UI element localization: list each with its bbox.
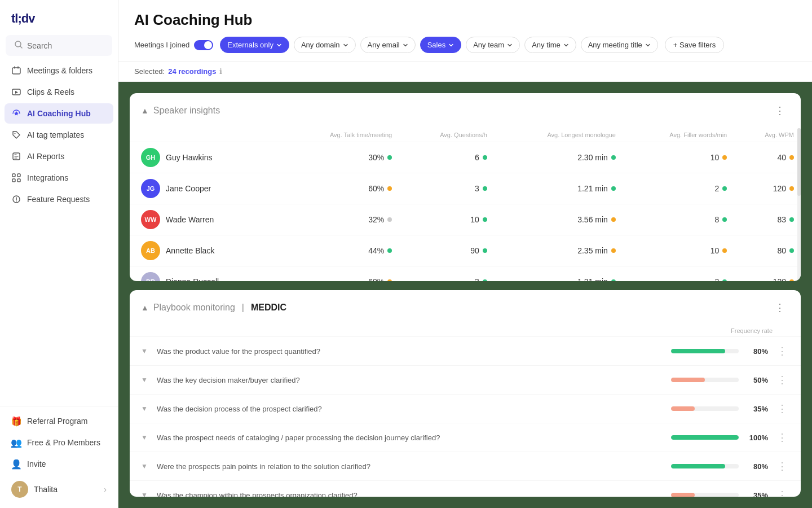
playbook-pct: 35% <box>745 491 768 497</box>
any-email-filter[interactable]: Any email <box>360 37 416 53</box>
col-questions: Avg. Questions/h <box>399 128 494 142</box>
feature-requests-icon <box>11 194 21 204</box>
talk-dot <box>387 217 392 222</box>
playbook-row-more-btn[interactable]: ⋮ <box>775 488 789 497</box>
integrations-label: Integrations <box>27 173 68 182</box>
talk-time-cell: 60% <box>280 173 399 204</box>
filler-cell: 10 <box>623 235 734 266</box>
playbook-row-more-btn[interactable]: ⋮ <box>775 373 789 387</box>
sidebar-item-invite[interactable]: 👤 Invite <box>5 454 113 474</box>
playbook-question: Was the decision process of the prospect… <box>157 405 664 413</box>
playbook-row-chevron[interactable]: ▼ <box>141 433 148 441</box>
speaker-avatar: AB <box>141 241 160 260</box>
selected-label: Selected: <box>134 67 165 76</box>
any-team-filter[interactable]: Any team <box>466 37 520 53</box>
playbook-row-chevron[interactable]: ▼ <box>141 462 148 470</box>
playbook-row-more-btn[interactable]: ⋮ <box>775 401 789 416</box>
monologue-cell: 1.21 min <box>494 266 623 282</box>
content-area: ▲ Speaker insights ⋮ Avg. Talk time/meet… <box>118 82 812 508</box>
save-filters-button[interactable]: + Save filters <box>665 37 725 53</box>
speaker-cell-JG: JG Jane Cooper <box>130 173 280 204</box>
playbook-pct: 35% <box>745 405 768 413</box>
playbook-row-more-btn[interactable]: ⋮ <box>775 430 789 445</box>
playbook-bar <box>671 464 725 468</box>
selected-row: Selected: 24 recordings ℹ <box>118 62 812 82</box>
q-dot <box>483 217 487 222</box>
externals-only-filter[interactable]: Externals only <box>220 37 289 53</box>
speaker-insights-header: ▲ Speaker insights ⋮ <box>130 93 801 128</box>
q-dot <box>483 155 487 160</box>
sidebar-item-integrations[interactable]: Integrations <box>5 168 113 188</box>
wpm-dot <box>789 186 794 191</box>
mono-dot <box>611 155 616 160</box>
collapse-playbook-btn[interactable]: ▲ <box>141 303 149 312</box>
sales-filter[interactable]: Sales <box>420 37 462 53</box>
playbook-question: Was the key decision maker/buyer clarifi… <box>157 376 664 384</box>
pro-members-label: Free & Pro Members <box>27 438 100 447</box>
sidebar-item-meetings[interactable]: Meetings & folders <box>5 60 113 81</box>
main-header: AI Coaching Hub Meetings I joined Extern… <box>118 0 812 62</box>
wpm-dot <box>789 248 794 253</box>
playbook-row-chevron[interactable]: ▼ <box>141 405 148 413</box>
playbook-row-chevron[interactable]: ▼ <box>141 491 148 497</box>
search-button[interactable]: Search <box>6 35 112 56</box>
any-time-filter[interactable]: Any time <box>524 37 576 53</box>
playbook-row-more-btn[interactable]: ⋮ <box>775 344 789 358</box>
wpm-dot <box>789 155 794 160</box>
playbook-bar-wrap <box>671 435 739 440</box>
meetings-toggle-switch[interactable] <box>194 40 213 50</box>
questions-cell: 3 <box>399 173 494 204</box>
referral-label: Referral Program <box>27 417 87 426</box>
playbook-more-btn[interactable]: ⋮ <box>770 299 789 316</box>
meetings-toggle-container: Meetings I joined <box>134 40 213 50</box>
frequency-label: Frequency rate <box>130 325 801 336</box>
selected-recordings-link[interactable]: 24 recordings <box>168 67 216 76</box>
search-icon <box>15 41 23 50</box>
q-dot <box>483 248 487 253</box>
speaker-insights-card: ▲ Speaker insights ⋮ Avg. Talk time/meet… <box>130 93 801 281</box>
speaker-insights-more-btn[interactable]: ⋮ <box>770 102 789 119</box>
filler-dot <box>722 217 727 222</box>
sidebar-item-tag-templates[interactable]: AI tag templates <box>5 125 113 145</box>
user-name: Thalita <box>34 485 98 494</box>
questions-cell: 3 <box>399 266 494 282</box>
collapse-speaker-btn[interactable]: ▲ <box>141 106 149 115</box>
mono-dot <box>611 248 616 253</box>
talk-time-cell: 44% <box>280 235 399 266</box>
user-profile[interactable]: T Thalita › <box>5 475 113 503</box>
playbook-row-chevron[interactable]: ▼ <box>141 347 148 355</box>
playbook-bar-wrap <box>671 406 739 411</box>
table-row: WW Wade Warren 32% 10 3.56 min 8 <box>130 204 801 235</box>
wpm-cell: 120 <box>734 173 801 204</box>
sidebar-item-clips[interactable]: Clips & Reels <box>5 82 113 102</box>
sidebar-item-coaching[interactable]: AI Coaching Hub <box>5 103 113 124</box>
any-domain-filter[interactable]: Any domain <box>294 37 356 53</box>
tag-templates-label: AI tag templates <box>27 130 84 139</box>
playbook-bar <box>671 378 705 382</box>
integrations-icon <box>11 173 21 183</box>
filler-cell: 2 <box>623 266 734 282</box>
any-meeting-title-filter[interactable]: Any meeting title <box>581 37 658 53</box>
speaker-name: Dianne Russell <box>166 277 219 281</box>
playbook-pct: 50% <box>745 376 768 384</box>
playbook-question: Was the prospect needs of cataloging / p… <box>157 433 664 442</box>
meetings-label: Meetings & folders <box>27 66 92 75</box>
sidebar-item-reports[interactable]: AI Reports <box>5 146 113 167</box>
speaker-cell-DR: DR Dianne Russell <box>130 266 280 282</box>
page-title: AI Coaching Hub <box>134 11 796 29</box>
q-dot <box>483 186 487 191</box>
speaker-name: Jane Cooper <box>166 184 211 193</box>
svg-point-4 <box>15 133 16 134</box>
playbook-question: Was the champion within the prospects or… <box>157 491 664 497</box>
playbook-row-chevron[interactable]: ▼ <box>141 376 148 384</box>
sidebar-item-pro-members[interactable]: 👥 Free & Pro Members <box>5 432 113 453</box>
filler-cell: 2 <box>623 173 734 204</box>
talk-dot <box>387 155 392 160</box>
sidebar-item-referral[interactable]: 🎁 Referral Program <box>5 411 113 431</box>
speaker-avatar: WW <box>141 210 160 229</box>
search-label: Search <box>27 41 52 50</box>
playbook-row-more-btn[interactable]: ⋮ <box>775 459 789 474</box>
list-item: ▼ Was the decision process of the prospe… <box>130 394 801 423</box>
svg-rect-6 <box>12 174 15 177</box>
sidebar-item-feature-requests[interactable]: Feature Requests <box>5 189 113 209</box>
